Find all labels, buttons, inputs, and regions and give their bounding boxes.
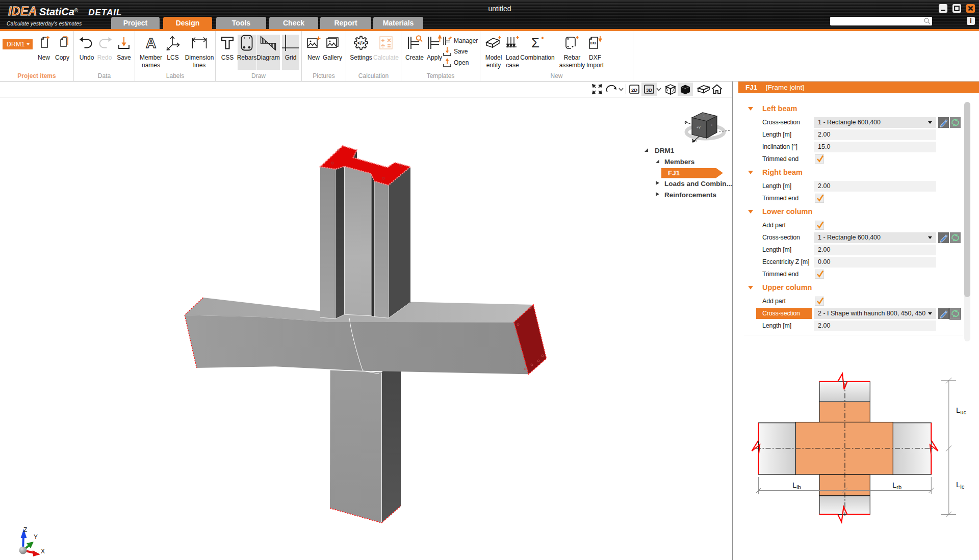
view-2d-button[interactable]: 2D <box>627 83 642 96</box>
section-header-left-beam[interactable]: Left beam <box>733 103 957 115</box>
lower-column-front-face <box>330 370 381 523</box>
collapse-triangle-icon <box>748 286 753 289</box>
ribbon-group-label: Data <box>74 72 135 79</box>
tab-check[interactable]: Check <box>269 17 318 29</box>
expander-closed-icon[interactable] <box>656 181 659 185</box>
dropdown-cross-section[interactable]: 2 - I Shape with haunch 800, 450, 450 <box>814 308 936 319</box>
field-value: 1 - Rectangle 600,400 <box>818 234 881 241</box>
lower-column[interactable] <box>330 356 401 523</box>
value-field[interactable]: 2.00 <box>814 181 936 192</box>
maximize-button[interactable] <box>952 4 961 13</box>
svg-text:DXF: DXF <box>590 41 598 45</box>
edit-button[interactable] <box>938 308 949 319</box>
section-header-right-beam[interactable]: Right beam <box>733 167 957 179</box>
value-field[interactable]: 2.00 <box>814 245 936 255</box>
check-icon <box>815 193 825 203</box>
svg-text:z: z <box>703 115 705 118</box>
checkbox[interactable] <box>815 194 824 203</box>
property-row-length-m: Length [m]2.00 <box>733 180 979 193</box>
model-3d-frame-joint[interactable]: +Y x z Z Y X <box>0 97 732 560</box>
property-row-trimmed-end: Trimmed end <box>733 153 979 166</box>
solid-cube-icon <box>679 83 692 96</box>
tab-design[interactable]: Design <box>163 17 212 29</box>
value-field[interactable]: 2.00 <box>814 321 936 331</box>
property-label: Length [m] <box>762 322 791 329</box>
info-button[interactable]: i <box>967 17 975 25</box>
edit-button[interactable] <box>938 232 949 243</box>
section-header-lower-column[interactable]: Lower column <box>733 206 957 218</box>
solid-cube-button[interactable] <box>678 83 693 96</box>
checkbox[interactable] <box>815 270 824 279</box>
section-title: Right beam <box>762 168 803 176</box>
app-logo: IDEAStatiCa®DETAIL <box>8 5 122 18</box>
fit-view-button[interactable] <box>589 83 605 96</box>
search-input[interactable] <box>830 17 932 25</box>
dxf-import-icon: DXF <box>573 34 617 51</box>
lower-column-side-face <box>381 356 401 523</box>
minimize-button[interactable] <box>939 4 947 13</box>
wireframe-cube-icon <box>664 83 677 96</box>
value-field[interactable]: 15.0 <box>814 142 936 152</box>
navigation-cube[interactable]: +Y x z <box>685 113 731 142</box>
svg-text:Σ: Σ <box>531 35 539 50</box>
property-label-highlighted[interactable]: Cross-section <box>756 308 812 319</box>
field-value: 0.00 <box>818 258 830 265</box>
property-label: Cross-section <box>762 234 800 241</box>
property-label: Eccentricity Z [m] <box>762 258 809 265</box>
property-label: Length [m] <box>762 246 791 253</box>
ribbon-button-label: DXFImport <box>573 54 617 69</box>
close-icon <box>966 4 975 13</box>
property-row-add-part: Add part <box>733 220 979 232</box>
wireframe-cube-button[interactable] <box>663 83 678 96</box>
expander-closed-icon[interactable] <box>656 192 659 196</box>
section-header-upper-column[interactable]: Upper column <box>733 282 957 294</box>
ribbon-group-label: Project items <box>0 72 73 79</box>
tagline: Calculate yesterday's estimates <box>7 20 82 26</box>
panel-header: FJ1 [Frame joint] <box>738 82 979 93</box>
tab-materials[interactable]: Materials <box>373 17 423 29</box>
dropdown-cross-section[interactable]: 1 - Rectangle 600,400 <box>814 232 936 243</box>
tab-tools[interactable]: Tools <box>216 17 266 29</box>
ribbon-button-dxf-import[interactable]: DXFDXFImport <box>573 32 617 72</box>
section-view-icon <box>697 83 711 95</box>
refresh-button[interactable] <box>950 308 961 319</box>
axis-x-label: X <box>41 548 45 555</box>
scrollbar-thumb[interactable] <box>964 102 970 297</box>
properties-panel: FJ1 [Frame joint] Left beamCross-section… <box>733 82 979 560</box>
info-icon: i <box>967 17 975 24</box>
property-row-length-m: Length [m]2.00 <box>733 129 979 141</box>
ribbon-group-label: New <box>480 72 633 79</box>
property-label: Trimmed end <box>762 155 798 163</box>
refresh-button[interactable] <box>950 117 961 128</box>
edit-button[interactable] <box>938 117 949 128</box>
ribbon-group-label: Labels <box>135 72 215 79</box>
dropdown-cross-section[interactable]: 1 - Rectangle 600,400 <box>814 117 936 128</box>
property-row-trimmed-end: Trimmed end <box>733 269 979 281</box>
refresh-button[interactable] <box>950 232 961 243</box>
tpl-save-icon <box>442 46 452 59</box>
collapse-triangle-icon <box>748 107 753 111</box>
value-field[interactable]: 0.00 <box>814 257 936 268</box>
expander-open-icon[interactable] <box>645 148 648 152</box>
tab-project[interactable]: Project <box>111 17 160 29</box>
checkbox[interactable] <box>815 154 824 164</box>
collapse-triangle-icon <box>748 171 753 174</box>
field-value: 2 - I Shape with haunch 800, 450, 450 <box>818 310 925 317</box>
home-view-button[interactable] <box>709 83 725 96</box>
check-icon <box>815 154 825 164</box>
chevron-down-icon <box>656 83 662 95</box>
close-button[interactable] <box>966 4 975 13</box>
logo-statica: StatiCa <box>39 6 74 17</box>
checkbox[interactable] <box>815 221 824 230</box>
svg-text:Llb: Llb <box>792 481 801 490</box>
ribbon-group-templates: TemplatesCreateApplyManagerSaveOpen <box>401 31 480 81</box>
beam-front-face <box>185 315 528 374</box>
expander-open-icon[interactable] <box>656 159 659 163</box>
ribbon-group-label: Draw <box>216 72 301 79</box>
value-field[interactable]: 2.00 <box>814 129 936 140</box>
upper-column[interactable] <box>320 146 410 319</box>
tab-report[interactable]: Report <box>320 17 371 29</box>
checkbox[interactable] <box>815 297 824 306</box>
ribbon: Project itemsDRM1NewCopyDataUndoRedoSave… <box>0 31 979 82</box>
viewport-3d[interactable]: 2D3D <box>0 82 733 560</box>
